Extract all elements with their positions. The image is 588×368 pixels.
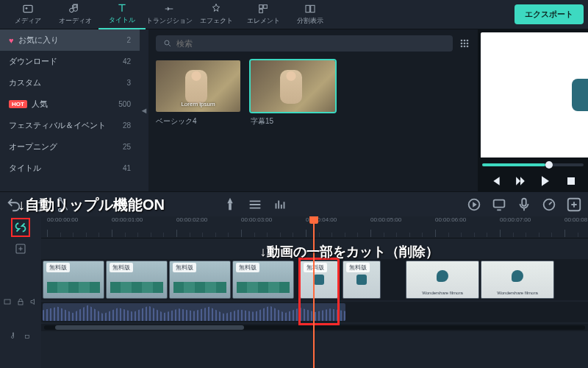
- lock-icon[interactable]: [24, 332, 31, 339]
- svg-rect-0: [24, 5, 32, 12]
- nav-effect[interactable]: エフェクト: [193, 0, 240, 29]
- video-track[interactable]: 無料版 無料版 無料版 無料版 無料版 無料版 Wondershare film…: [41, 259, 588, 300]
- clip-logo-1[interactable]: Wondershare filmora: [406, 261, 479, 299]
- lock-icon[interactable]: [16, 297, 25, 306]
- prev-frame-button[interactable]: [487, 174, 502, 188]
- view-grid-icon[interactable]: [459, 38, 470, 49]
- media-icon: [22, 3, 34, 15]
- svg-rect-25: [4, 300, 10, 304]
- svg-point-13: [467, 43, 469, 45]
- audio-track-header[interactable]: [3, 325, 38, 346]
- title-asset-basic4[interactable]: Lorem ipsum ベーシック4: [156, 60, 240, 127]
- mute-icon[interactable]: [29, 297, 38, 306]
- preview-panel: [478, 29, 588, 191]
- nav-title[interactable]: タイトル: [98, 0, 146, 29]
- mixer-icon[interactable]: [541, 197, 557, 213]
- timeline-hscrollbar[interactable]: [41, 324, 588, 331]
- marker-button[interactable]: [222, 197, 238, 213]
- audio-level-icon[interactable]: [272, 197, 288, 213]
- auto-ripple-button[interactable]: [11, 218, 30, 237]
- svg-rect-6: [311, 5, 315, 12]
- svg-rect-18: [229, 203, 232, 210]
- svg-point-1: [26, 7, 28, 10]
- svg-point-15: [464, 46, 466, 48]
- title-asset-subtitle15[interactable]: 字幕15: [251, 60, 335, 127]
- audio-track-icon: [10, 331, 19, 340]
- timeline: 00:00:00:0000:00:01:0000:00:02:0000:00:0…: [0, 216, 588, 368]
- sidebar-item-favorites[interactable]: ♥お気に入り 2: [0, 29, 140, 51]
- svg-rect-17: [567, 177, 575, 185]
- export-button[interactable]: エクスポート: [514, 4, 584, 24]
- preview-canvas[interactable]: [481, 32, 588, 158]
- audio-track[interactable]: [41, 302, 588, 322]
- svg-rect-5: [306, 5, 309, 12]
- svg-rect-2: [259, 5, 263, 9]
- render-button[interactable]: [466, 197, 482, 213]
- record-screen-icon[interactable]: [491, 197, 507, 213]
- svg-point-8: [461, 40, 463, 42]
- settings-icon[interactable]: [247, 197, 263, 213]
- svg-point-16: [467, 46, 469, 48]
- transition-icon: [163, 3, 175, 15]
- effect-icon: [210, 3, 222, 15]
- clip-3[interactable]: 無料版: [169, 261, 231, 299]
- clip-logo-2[interactable]: Wondershare filmora: [481, 261, 554, 299]
- audio-clip[interactable]: [43, 303, 345, 321]
- element-icon: [257, 3, 269, 15]
- split-button[interactable]: [56, 197, 72, 213]
- svg-rect-20: [494, 199, 505, 207]
- sidebar-item-festival[interactable]: フェスティバル＆イベント28: [0, 115, 140, 136]
- add-track-button[interactable]: [566, 197, 582, 213]
- redo-button[interactable]: [31, 197, 47, 213]
- svg-point-12: [464, 43, 466, 45]
- svg-point-10: [467, 40, 469, 42]
- svg-rect-21: [522, 198, 526, 205]
- timeline-toolbar: ↓自動リップル機能ON: [0, 191, 588, 216]
- sidebar-item-popular[interactable]: HOT人気500: [0, 93, 140, 115]
- nav-media[interactable]: メディア: [4, 0, 51, 29]
- search-icon: [163, 39, 172, 48]
- asset-panel: Lorem ipsum ベーシック4 字幕15: [148, 29, 478, 191]
- undo-button[interactable]: [6, 197, 22, 213]
- playhead[interactable]: [313, 216, 315, 368]
- clip-1[interactable]: 無料版: [43, 261, 104, 299]
- record-voice-icon[interactable]: [516, 197, 532, 213]
- hot-badge: HOT: [9, 100, 27, 108]
- video-track-header[interactable]: [3, 281, 38, 322]
- sidebar-item-title[interactable]: タイトル41: [0, 158, 140, 179]
- sidebar-item-opening[interactable]: オープニング25: [0, 136, 140, 158]
- clip-6[interactable]: 無料版: [343, 261, 381, 299]
- svg-point-14: [461, 46, 463, 48]
- svg-point-11: [461, 43, 463, 45]
- timeline-track-header: [0, 216, 41, 368]
- sidebar-item-custom[interactable]: カスタム3: [0, 72, 140, 93]
- sidebar-item-download[interactable]: ダウンロード42: [0, 51, 140, 72]
- nav-audio[interactable]: オーディオ: [51, 0, 98, 29]
- stop-button[interactable]: [564, 174, 578, 188]
- top-nav: メディア オーディオ タイトル トランジション エフェクト エレメント 分割表示…: [0, 0, 588, 29]
- svg-rect-26: [18, 302, 23, 305]
- audio-icon: [69, 3, 81, 15]
- svg-point-7: [165, 40, 169, 45]
- heart-icon: ♥: [9, 36, 14, 45]
- visibility-icon[interactable]: [3, 297, 12, 306]
- clip-4[interactable]: 無料版: [232, 261, 294, 299]
- svg-rect-27: [26, 336, 29, 339]
- svg-point-9: [464, 40, 466, 42]
- sidebar-collapse-handle[interactable]: ◄: [140, 29, 148, 191]
- clip-2[interactable]: 無料版: [106, 261, 168, 299]
- nav-transition[interactable]: トランジション: [146, 0, 193, 29]
- search-box[interactable]: [156, 35, 453, 52]
- add-track-icon[interactable]: [0, 238, 41, 259]
- search-input[interactable]: [176, 39, 445, 48]
- nav-split[interactable]: 分割表示: [287, 0, 334, 29]
- clip-5[interactable]: 無料版: [300, 261, 338, 299]
- svg-rect-4: [259, 10, 263, 13]
- play-button[interactable]: [513, 174, 528, 188]
- preview-seek-bar[interactable]: [482, 163, 584, 166]
- svg-rect-3: [264, 5, 268, 9]
- nav-element[interactable]: エレメント: [240, 0, 287, 29]
- split-icon: [304, 3, 316, 15]
- next-frame-button[interactable]: [538, 174, 553, 188]
- category-sidebar: ♥お気に入り 2 ダウンロード42 カスタム3 HOT人気500 フェスティバル…: [0, 29, 140, 191]
